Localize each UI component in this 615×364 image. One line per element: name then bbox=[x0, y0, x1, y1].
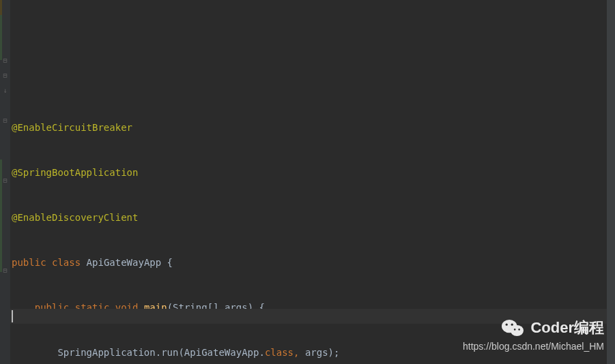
wechat-icon bbox=[502, 318, 524, 337]
code-line[interactable]: @SpringBootApplication bbox=[10, 165, 615, 180]
code-line[interactable]: @EnableCircuitBreaker bbox=[10, 120, 615, 135]
code-editor[interactable]: @EnableCircuitBreaker @SpringBootApplica… bbox=[10, 0, 615, 364]
svg-point-4 bbox=[514, 329, 516, 331]
fold-icon[interactable]: ⊟ bbox=[1, 72, 9, 79]
svg-point-1 bbox=[511, 325, 524, 336]
svg-point-3 bbox=[511, 324, 513, 326]
code-line[interactable] bbox=[10, 75, 615, 90]
watermark-title: Coder编程 bbox=[530, 320, 604, 335]
fold-icon[interactable]: ⊟ bbox=[1, 57, 9, 64]
code-line[interactable]: @EnableDiscoveryClient bbox=[10, 210, 615, 225]
watermark: Coder编程 https://blog.csdn.net/Michael_HM bbox=[463, 318, 604, 354]
code-line[interactable]: public class ApiGateWayApp { bbox=[10, 255, 615, 270]
fold-icon[interactable]: ⊟ bbox=[1, 117, 9, 124]
text-cursor bbox=[12, 310, 13, 322]
scrollbar-vertical[interactable] bbox=[607, 0, 615, 364]
fold-icon[interactable]: ⊟ bbox=[1, 177, 9, 184]
impl-icon[interactable]: ↓ bbox=[1, 87, 9, 94]
editor-gutter[interactable]: ⊟ ⊟ ↓ ⊟ ⊟ ⊟ bbox=[0, 0, 10, 364]
svg-point-2 bbox=[506, 324, 508, 326]
fold-icon[interactable]: ⊟ bbox=[1, 267, 9, 274]
watermark-url: https://blog.csdn.net/Michael_HM bbox=[463, 339, 604, 354]
svg-point-5 bbox=[519, 329, 521, 331]
